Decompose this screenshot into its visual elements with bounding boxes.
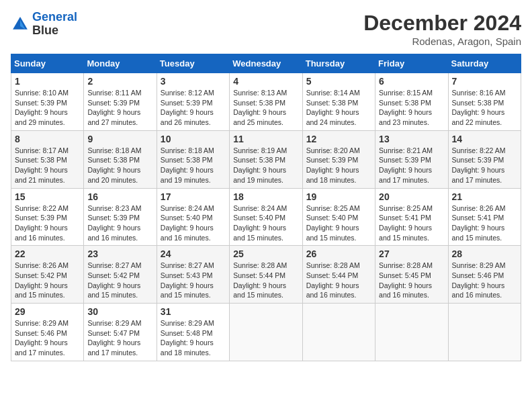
col-header-friday: Friday — [375, 54, 448, 73]
day-info: Sunrise: 8:26 AMSunset: 5:42 PMDaylight:… — [15, 261, 80, 300]
calendar-cell: 20Sunrise: 8:25 AMSunset: 5:41 PMDayligh… — [375, 188, 448, 246]
title-block: December 2024 Rodenas, Aragon, Spain — [363, 11, 521, 47]
day-info: Sunrise: 8:29 AMSunset: 5:46 PMDaylight:… — [15, 318, 80, 358]
day-number: 29 — [15, 306, 80, 317]
day-number: 12 — [306, 134, 371, 144]
page-header: GeneralBlue December 2024 Rodenas, Arago… — [11, 11, 521, 47]
day-number: 9 — [87, 134, 152, 144]
day-number: 19 — [306, 191, 371, 202]
calendar-cell: 29Sunrise: 8:29 AMSunset: 5:46 PMDayligh… — [11, 304, 84, 361]
calendar-cell: 1Sunrise: 8:10 AMSunset: 5:39 PMDaylight… — [11, 73, 84, 131]
calendar-cell: 24Sunrise: 8:27 AMSunset: 5:43 PMDayligh… — [157, 246, 229, 304]
calendar-cell: 5Sunrise: 8:14 AMSunset: 5:38 PMDaylight… — [302, 73, 375, 131]
day-info: Sunrise: 8:11 AMSunset: 5:39 PMDaylight:… — [87, 88, 152, 128]
day-number: 23 — [87, 248, 152, 259]
calendar-cell: 11Sunrise: 8:19 AMSunset: 5:38 PMDayligh… — [230, 130, 302, 188]
day-info: Sunrise: 8:28 AMSunset: 5:45 PMDaylight:… — [379, 261, 444, 300]
calendar-cell: 7Sunrise: 8:16 AMSunset: 5:38 PMDaylight… — [448, 73, 521, 131]
col-header-saturday: Saturday — [448, 54, 521, 73]
col-header-wednesday: Wednesday — [230, 54, 302, 73]
calendar-cell: 9Sunrise: 8:18 AMSunset: 5:38 PMDaylight… — [84, 130, 157, 188]
day-number: 3 — [161, 76, 226, 87]
calendar-cell: 28Sunrise: 8:29 AMSunset: 5:46 PMDayligh… — [448, 246, 521, 304]
day-number: 27 — [379, 248, 444, 259]
day-info: Sunrise: 8:18 AMSunset: 5:38 PMDaylight:… — [161, 146, 226, 185]
day-info: Sunrise: 8:13 AMSunset: 5:38 PMDaylight:… — [233, 88, 298, 128]
calendar-cell: 23Sunrise: 8:27 AMSunset: 5:42 PMDayligh… — [84, 246, 157, 304]
day-info: Sunrise: 8:15 AMSunset: 5:38 PMDaylight:… — [379, 88, 444, 128]
calendar-cell: 12Sunrise: 8:20 AMSunset: 5:39 PMDayligh… — [302, 130, 375, 188]
calendar-cell: 15Sunrise: 8:22 AMSunset: 5:39 PMDayligh… — [11, 188, 84, 246]
day-number: 17 — [161, 191, 226, 202]
calendar-cell: 26Sunrise: 8:28 AMSunset: 5:44 PMDayligh… — [302, 246, 375, 304]
day-info: Sunrise: 8:29 AMSunset: 5:47 PMDaylight:… — [87, 318, 152, 358]
calendar-cell: 19Sunrise: 8:25 AMSunset: 5:40 PMDayligh… — [302, 188, 375, 246]
calendar-cell: 14Sunrise: 8:22 AMSunset: 5:39 PMDayligh… — [448, 130, 521, 188]
day-info: Sunrise: 8:24 AMSunset: 5:40 PMDaylight:… — [161, 203, 226, 243]
calendar-week-4: 22Sunrise: 8:26 AMSunset: 5:42 PMDayligh… — [11, 246, 521, 304]
day-info: Sunrise: 8:23 AMSunset: 5:39 PMDaylight:… — [87, 203, 152, 243]
subtitle: Rodenas, Aragon, Spain — [363, 36, 521, 47]
logo-icon — [11, 15, 30, 34]
calendar-week-1: 1Sunrise: 8:10 AMSunset: 5:39 PMDaylight… — [11, 73, 521, 131]
col-header-sunday: Sunday — [11, 54, 84, 73]
calendar-cell: 31Sunrise: 8:29 AMSunset: 5:48 PMDayligh… — [157, 304, 229, 361]
calendar-week-3: 15Sunrise: 8:22 AMSunset: 5:39 PMDayligh… — [11, 188, 521, 246]
day-number: 24 — [161, 248, 226, 259]
calendar-week-2: 8Sunrise: 8:17 AMSunset: 5:38 PMDaylight… — [11, 130, 521, 188]
logo: GeneralBlue — [11, 11, 77, 38]
calendar-cell: 13Sunrise: 8:21 AMSunset: 5:39 PMDayligh… — [375, 130, 448, 188]
day-info: Sunrise: 8:20 AMSunset: 5:39 PMDaylight:… — [306, 146, 371, 185]
day-info: Sunrise: 8:14 AMSunset: 5:38 PMDaylight:… — [306, 88, 371, 128]
col-header-monday: Monday — [84, 54, 157, 73]
calendar-cell: 10Sunrise: 8:18 AMSunset: 5:38 PMDayligh… — [157, 130, 229, 188]
day-info: Sunrise: 8:22 AMSunset: 5:39 PMDaylight:… — [452, 146, 517, 185]
day-number: 20 — [379, 191, 444, 202]
day-number: 16 — [87, 191, 152, 202]
day-info: Sunrise: 8:25 AMSunset: 5:41 PMDaylight:… — [379, 203, 444, 243]
calendar-cell: 27Sunrise: 8:28 AMSunset: 5:45 PMDayligh… — [375, 246, 448, 304]
day-number: 13 — [379, 134, 444, 144]
day-info: Sunrise: 8:18 AMSunset: 5:38 PMDaylight:… — [87, 146, 152, 185]
calendar-cell — [302, 304, 375, 361]
day-number: 18 — [233, 191, 298, 202]
calendar-cell: 25Sunrise: 8:28 AMSunset: 5:44 PMDayligh… — [230, 246, 302, 304]
calendar-cell: 6Sunrise: 8:15 AMSunset: 5:38 PMDaylight… — [375, 73, 448, 131]
day-number: 28 — [452, 248, 517, 259]
day-info: Sunrise: 8:28 AMSunset: 5:44 PMDaylight:… — [306, 261, 371, 300]
calendar-cell: 8Sunrise: 8:17 AMSunset: 5:38 PMDaylight… — [11, 130, 84, 188]
calendar-cell: 21Sunrise: 8:26 AMSunset: 5:41 PMDayligh… — [448, 188, 521, 246]
day-number: 7 — [452, 76, 517, 87]
calendar-cell: 18Sunrise: 8:24 AMSunset: 5:40 PMDayligh… — [230, 188, 302, 246]
day-number: 8 — [15, 134, 80, 144]
day-info: Sunrise: 8:12 AMSunset: 5:39 PMDaylight:… — [161, 88, 226, 128]
day-number: 26 — [306, 248, 371, 259]
day-info: Sunrise: 8:19 AMSunset: 5:38 PMDaylight:… — [233, 146, 298, 185]
day-number: 10 — [161, 134, 226, 144]
day-number: 4 — [233, 76, 298, 87]
day-number: 22 — [15, 248, 80, 259]
day-info: Sunrise: 8:24 AMSunset: 5:40 PMDaylight:… — [233, 203, 298, 243]
calendar-cell — [375, 304, 448, 361]
calendar-cell: 17Sunrise: 8:24 AMSunset: 5:40 PMDayligh… — [157, 188, 229, 246]
day-number: 25 — [233, 248, 298, 259]
day-number: 1 — [15, 76, 80, 87]
logo-text: GeneralBlue — [32, 11, 77, 38]
calendar-cell: 22Sunrise: 8:26 AMSunset: 5:42 PMDayligh… — [11, 246, 84, 304]
day-info: Sunrise: 8:28 AMSunset: 5:44 PMDaylight:… — [233, 261, 298, 300]
main-title: December 2024 — [363, 11, 521, 36]
day-number: 11 — [233, 134, 298, 144]
day-info: Sunrise: 8:22 AMSunset: 5:39 PMDaylight:… — [15, 203, 80, 243]
day-info: Sunrise: 8:27 AMSunset: 5:42 PMDaylight:… — [87, 261, 152, 300]
calendar-cell: 16Sunrise: 8:23 AMSunset: 5:39 PMDayligh… — [84, 188, 157, 246]
day-number: 30 — [87, 306, 152, 317]
col-header-thursday: Thursday — [302, 54, 375, 73]
day-info: Sunrise: 8:10 AMSunset: 5:39 PMDaylight:… — [15, 88, 80, 128]
calendar-week-5: 29Sunrise: 8:29 AMSunset: 5:46 PMDayligh… — [11, 304, 521, 361]
calendar-cell: 30Sunrise: 8:29 AMSunset: 5:47 PMDayligh… — [84, 304, 157, 361]
calendar-cell: 2Sunrise: 8:11 AMSunset: 5:39 PMDaylight… — [84, 73, 157, 131]
day-info: Sunrise: 8:25 AMSunset: 5:40 PMDaylight:… — [306, 203, 371, 243]
day-info: Sunrise: 8:26 AMSunset: 5:41 PMDaylight:… — [452, 203, 517, 243]
col-header-tuesday: Tuesday — [157, 54, 229, 73]
day-number: 2 — [87, 76, 152, 87]
